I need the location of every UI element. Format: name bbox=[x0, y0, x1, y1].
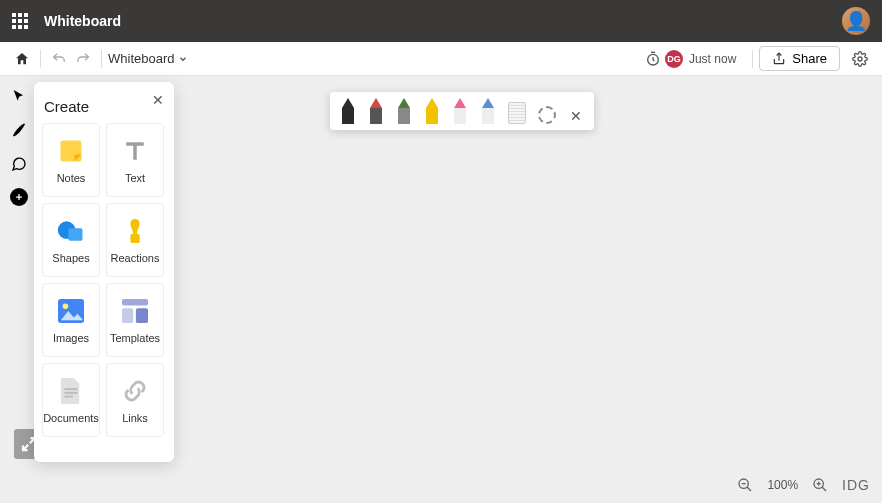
undo-icon[interactable] bbox=[47, 47, 71, 71]
zoom-in-icon[interactable] bbox=[812, 477, 828, 493]
home-icon[interactable] bbox=[10, 47, 34, 71]
tile-templates[interactable]: Templates bbox=[106, 283, 164, 357]
timer-icon[interactable] bbox=[641, 47, 665, 71]
settings-icon[interactable] bbox=[848, 47, 872, 71]
close-pen-toolbar-icon[interactable]: ✕ bbox=[568, 108, 584, 124]
presence-badge: DG bbox=[665, 50, 683, 68]
tile-label: Notes bbox=[57, 172, 86, 184]
pen-red[interactable] bbox=[368, 98, 384, 124]
tile-notes[interactable]: Notes bbox=[42, 123, 100, 197]
reactions-icon bbox=[120, 216, 150, 246]
svg-rect-9 bbox=[122, 308, 133, 323]
svg-point-7 bbox=[63, 304, 69, 310]
tile-shapes[interactable]: Shapes bbox=[42, 203, 100, 277]
tile-text[interactable]: Text bbox=[106, 123, 164, 197]
links-icon bbox=[120, 376, 150, 406]
svg-line-18 bbox=[822, 487, 826, 491]
ruler-tool-icon[interactable] bbox=[508, 102, 526, 124]
app-launcher[interactable] bbox=[12, 13, 28, 29]
tile-label: Links bbox=[122, 412, 148, 424]
tile-label: Text bbox=[125, 172, 145, 184]
ink-tool-icon[interactable] bbox=[9, 120, 29, 140]
shapes-icon bbox=[56, 216, 86, 246]
tile-links[interactable]: Links bbox=[106, 363, 164, 437]
templates-icon bbox=[120, 296, 150, 326]
pen-blue[interactable] bbox=[480, 98, 496, 124]
share-button[interactable]: Share bbox=[759, 46, 840, 71]
images-icon bbox=[56, 296, 86, 326]
watermark: IDG bbox=[842, 477, 870, 493]
svg-line-15 bbox=[747, 487, 751, 491]
notes-icon bbox=[56, 136, 86, 166]
create-panel: ✕ Create Notes Text Shapes Reactions bbox=[34, 82, 174, 462]
divider bbox=[101, 50, 102, 68]
svg-rect-11 bbox=[65, 388, 78, 390]
tile-label: Shapes bbox=[52, 252, 89, 264]
documents-icon bbox=[56, 376, 86, 406]
tile-documents[interactable]: Documents bbox=[42, 363, 100, 437]
lasso-tool-icon[interactable] bbox=[538, 106, 556, 124]
divider bbox=[40, 50, 41, 68]
zoom-level: 100% bbox=[767, 478, 798, 492]
tile-label: Reactions bbox=[111, 252, 160, 264]
app-title: Whiteboard bbox=[44, 13, 121, 29]
svg-rect-5 bbox=[130, 234, 139, 243]
divider bbox=[752, 50, 753, 68]
pen-black[interactable] bbox=[340, 98, 356, 124]
zoom-out-icon[interactable] bbox=[737, 477, 753, 493]
pen-green[interactable] bbox=[396, 98, 412, 124]
share-icon bbox=[772, 52, 786, 66]
zoom-controls: 100% IDG bbox=[737, 477, 870, 493]
user-avatar[interactable] bbox=[842, 7, 870, 35]
presence-indicator[interactable]: DG Just now bbox=[665, 50, 736, 68]
chevron-down-icon bbox=[178, 54, 188, 64]
svg-rect-12 bbox=[65, 392, 78, 394]
pen-toolbar: ✕ bbox=[330, 92, 594, 130]
comment-tool-icon[interactable] bbox=[9, 154, 29, 174]
tile-label: Templates bbox=[110, 332, 160, 344]
svg-rect-4 bbox=[68, 228, 82, 240]
svg-point-1 bbox=[858, 57, 862, 61]
tile-label: Images bbox=[53, 332, 89, 344]
svg-rect-10 bbox=[136, 308, 148, 323]
select-tool-icon[interactable] bbox=[9, 86, 29, 106]
add-tool-icon[interactable] bbox=[10, 188, 28, 206]
svg-rect-13 bbox=[65, 396, 73, 398]
tile-label: Documents bbox=[43, 412, 99, 424]
redo-icon[interactable] bbox=[71, 47, 95, 71]
share-label: Share bbox=[792, 51, 827, 66]
svg-rect-8 bbox=[122, 299, 148, 306]
tile-reactions[interactable]: Reactions bbox=[106, 203, 164, 277]
tile-images[interactable]: Images bbox=[42, 283, 100, 357]
document-title: Whiteboard bbox=[108, 51, 174, 66]
create-panel-title: Create bbox=[44, 98, 166, 115]
close-icon[interactable]: ✕ bbox=[152, 92, 164, 108]
document-title-dropdown[interactable]: Whiteboard bbox=[108, 51, 188, 66]
pen-pink[interactable] bbox=[452, 98, 468, 124]
presence-status: Just now bbox=[689, 52, 736, 66]
svg-rect-2 bbox=[61, 141, 82, 162]
pen-yellow[interactable] bbox=[424, 98, 440, 124]
text-icon bbox=[120, 136, 150, 166]
